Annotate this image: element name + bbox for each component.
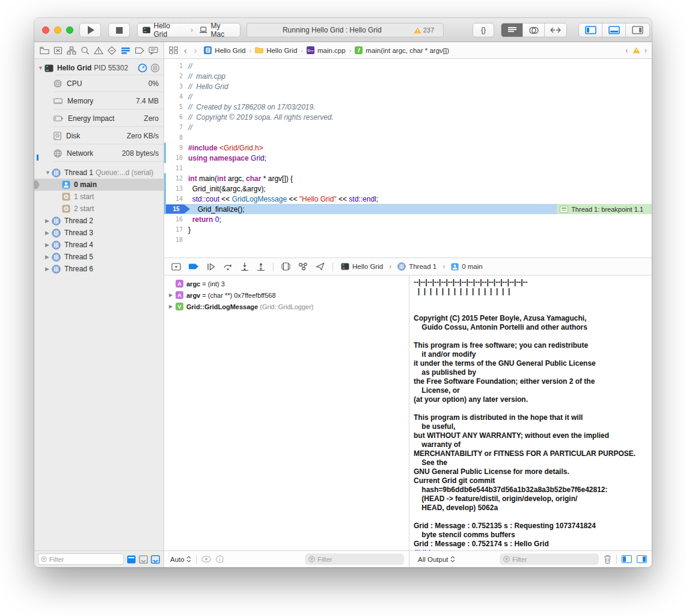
variable-row[interactable]: ▶VGrid::GridLogMessage (Grid::GridLogger… xyxy=(164,301,409,312)
stack-frame-row[interactable]: 0 main xyxy=(34,179,164,191)
navigator-filter-input[interactable] xyxy=(49,556,121,563)
gauge-row-cpu[interactable]: CPU0% xyxy=(34,75,164,92)
issue-navigator-tab-icon[interactable] xyxy=(94,46,103,55)
close-window-button[interactable] xyxy=(42,26,49,34)
quicklook-eye-icon[interactable] xyxy=(201,556,211,562)
gauge-row-energy-impact[interactable]: Energy ImpactZero xyxy=(34,109,164,127)
info-icon[interactable] xyxy=(216,555,224,563)
disclosure-open-icon[interactable]: ▼ xyxy=(45,170,52,176)
line-number[interactable]: 14 xyxy=(164,196,188,202)
line-number[interactable]: 16 xyxy=(164,216,188,223)
clear-console-trash-icon[interactable] xyxy=(604,555,611,564)
stack-frame-row[interactable]: 1 start xyxy=(34,191,164,203)
variable-row[interactable]: Aargc = (int) 3 xyxy=(164,278,409,289)
crumb-thread[interactable]: Thread 1 xyxy=(409,263,436,270)
previous-issue-button[interactable]: ‹ xyxy=(625,46,628,55)
line-number[interactable]: 8 xyxy=(164,134,188,141)
line-number[interactable]: 12 xyxy=(164,175,188,182)
line-number[interactable]: 1 xyxy=(164,63,188,69)
run-button[interactable] xyxy=(79,23,101,37)
step-into-icon[interactable] xyxy=(240,262,249,271)
stop-button[interactable] xyxy=(108,23,130,37)
toggle-navigator-button[interactable] xyxy=(579,23,602,37)
disclosure-closed-icon[interactable]: ▶ xyxy=(45,266,52,272)
thread-row[interactable]: ▶Thread 4 xyxy=(34,239,164,251)
show-running-toggle-icon[interactable] xyxy=(151,555,160,564)
line-number[interactable]: 3 xyxy=(164,83,188,90)
flatten-toggle-icon[interactable] xyxy=(127,555,136,564)
continue-icon[interactable] xyxy=(207,263,215,271)
console-view[interactable]: --|--|--|--|--|--|--|--|--|--|--|--|--|-… xyxy=(409,276,652,550)
toggle-debug-area-button[interactable] xyxy=(602,23,626,37)
scheme-selector[interactable]: Hello Grid › My Mac xyxy=(137,23,240,37)
line-number[interactable]: 17 xyxy=(164,226,188,233)
line-number[interactable]: 2 xyxy=(164,73,188,79)
minimize-window-button[interactable] xyxy=(54,26,61,34)
line-number[interactable]: 13 xyxy=(164,185,188,192)
version-editor-button[interactable] xyxy=(545,23,566,37)
toggle-variables-view-button[interactable] xyxy=(622,555,632,563)
step-over-icon[interactable] xyxy=(223,263,233,271)
disclosure-closed-icon[interactable]: ▶ xyxy=(45,242,52,248)
thread-view-toggle-icon[interactable] xyxy=(150,63,160,73)
thread-row[interactable]: ▶Thread 6 xyxy=(34,263,164,275)
toggle-console-view-button[interactable] xyxy=(637,555,647,563)
stack-frame-row[interactable]: 2 start xyxy=(34,203,164,215)
breakpoints-toggle-icon[interactable] xyxy=(189,263,199,270)
gauge-row-network[interactable]: Network208 bytes/s xyxy=(34,144,164,162)
console-output-dropdown[interactable]: All Output xyxy=(418,556,455,563)
disclosure-open-icon[interactable]: ▼ xyxy=(38,65,44,71)
gauge-view-toggle-icon[interactable] xyxy=(138,63,147,73)
thread-row[interactable]: ▼Thread 1Queue:...d (serial) xyxy=(34,167,164,179)
line-number[interactable]: 5 xyxy=(164,103,188,110)
disclosure-closed-icon[interactable]: ▶ xyxy=(45,218,52,224)
thread-row[interactable]: ▶Thread 3 xyxy=(34,227,164,239)
hide-debug-area-icon[interactable] xyxy=(171,263,181,271)
report-navigator-tab-icon[interactable] xyxy=(149,46,158,55)
source-editor[interactable]: 1//2// main.cpp3// Hello Grid4//5// Crea… xyxy=(164,59,652,257)
crumb-frame[interactable]: 0 main xyxy=(462,263,483,270)
memory-graph-icon[interactable] xyxy=(298,262,308,271)
zoom-window-button[interactable] xyxy=(66,26,73,34)
view-hierarchy-icon[interactable] xyxy=(281,262,290,271)
disclosure-closed-icon[interactable]: ▶ xyxy=(169,292,176,298)
thread-row[interactable]: ▶Thread 5 xyxy=(34,251,164,263)
process-row[interactable]: ▼ Hello Grid PID 55302 xyxy=(34,59,164,75)
disclosure-closed-icon[interactable]: ▶ xyxy=(169,304,176,309)
assistant-editor-button[interactable] xyxy=(523,23,545,37)
jump-bar-item-project[interactable]: Hello Grid xyxy=(204,46,245,54)
jump-bar-item-file[interactable]: c++ main.cpp xyxy=(307,46,346,54)
line-number[interactable]: 7 xyxy=(164,124,188,131)
variables-filter-input[interactable] xyxy=(317,556,390,563)
breakpoint-navigator-tab-icon[interactable] xyxy=(135,47,144,54)
variables-view[interactable]: Aargc = (int) 3▶Aargv = (char **) 0x7ffe… xyxy=(164,276,409,550)
toggle-inspector-button[interactable] xyxy=(626,23,649,37)
variable-scope-dropdown[interactable]: Auto xyxy=(170,556,191,563)
variables-filter-field[interactable] xyxy=(305,553,404,565)
back-button[interactable]: ‹ xyxy=(184,46,187,55)
line-number[interactable]: 6 xyxy=(164,114,188,120)
forward-button[interactable]: › xyxy=(194,46,197,55)
line-number[interactable]: 4 xyxy=(164,93,188,100)
disclosure-closed-icon[interactable]: ▶ xyxy=(45,230,52,236)
source-control-navigator-tab-icon[interactable] xyxy=(54,46,63,55)
line-number[interactable]: 9 xyxy=(164,144,188,151)
simulate-location-icon[interactable] xyxy=(316,262,325,271)
gauge-row-disk[interactable]: DiskZero KB/s xyxy=(34,127,164,144)
project-navigator-tab-icon[interactable] xyxy=(40,46,49,55)
console-filter-field[interactable] xyxy=(500,553,599,565)
jump-bar-item-group[interactable]: Hello Grid xyxy=(255,47,297,54)
step-out-icon[interactable] xyxy=(257,262,265,271)
gauge-row-memory[interactable]: Memory7.4 MB xyxy=(34,92,164,109)
line-number[interactable]: 10 xyxy=(164,155,188,161)
test-navigator-tab-icon[interactable] xyxy=(107,46,117,55)
disclosure-closed-icon[interactable]: ▶ xyxy=(45,254,52,260)
line-number[interactable]: 11 xyxy=(164,165,188,171)
symbol-navigator-tab-icon[interactable] xyxy=(67,46,76,55)
warning-badge[interactable]: 237 xyxy=(414,26,434,34)
related-items-icon[interactable] xyxy=(169,46,178,54)
warning-icon[interactable] xyxy=(632,47,640,54)
navigator-filter-field[interactable] xyxy=(38,553,124,565)
breakpoint-badge[interactable]: 15 xyxy=(166,205,190,214)
filter-frames-icon[interactable] xyxy=(139,555,148,564)
